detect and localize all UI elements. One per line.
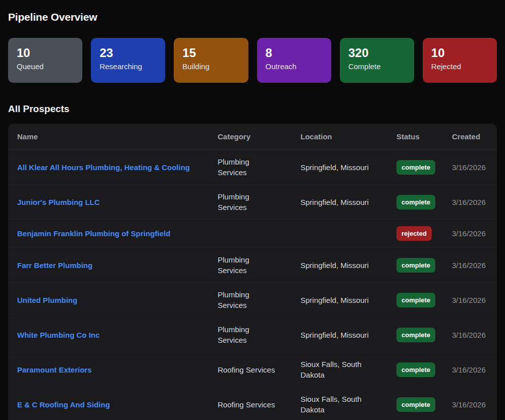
table-row: Junior's Plumbing LLCPlumbing ServicesSp…	[8, 185, 497, 220]
status-badge: complete	[396, 397, 435, 412]
prospect-created: 3/16/2026	[452, 260, 488, 271]
prospect-location: Springfield, Missouri	[300, 330, 376, 340]
prospect-link[interactable]: Benjamin Franklin Plumbing of Springfiel…	[17, 229, 170, 238]
pipeline-page: Pipeline Overview 10Queued23Researching1…	[0, 11, 505, 420]
table-row: Farr Better PlumbingPlumbing ServicesSpr…	[8, 248, 497, 283]
prospect-status-cell: complete	[396, 362, 452, 377]
column-header-status: Status	[396, 132, 452, 141]
stat-value: 10	[17, 45, 74, 60]
table-header-row: Name Category Location Status Created	[8, 124, 497, 150]
prospect-category: Plumbing Services	[218, 254, 276, 276]
prospect-location: Springfield, Missouri	[300, 197, 376, 207]
prospect-name-cell: Paramount Exteriors	[17, 364, 218, 375]
stat-label: Queued	[17, 62, 74, 71]
prospect-status-cell: complete	[396, 397, 452, 412]
prospect-link[interactable]: Junior's Plumbing LLC	[17, 198, 100, 206]
stat-card-complete: 320Complete	[340, 38, 414, 83]
prospect-created: 3/16/2026	[452, 295, 488, 305]
stat-label: Researching	[99, 62, 157, 71]
stat-card-queued: 10Queued	[8, 38, 82, 83]
prospect-name-cell: Farr Better Plumbing	[17, 260, 218, 271]
column-header-category: Category	[218, 132, 276, 141]
table-row: White Plumbing Co IncPlumbing ServicesSp…	[8, 318, 497, 352]
status-badge: complete	[396, 362, 435, 377]
prospect-name-cell: White Plumbing Co Inc	[17, 330, 218, 340]
stat-card-researching: 23Researching	[91, 38, 165, 83]
prospects-table: Name Category Location Status Created Al…	[8, 124, 497, 420]
stat-label: Rejected	[431, 62, 488, 71]
prospect-link[interactable]: Paramount Exteriors	[17, 365, 92, 374]
table-row: Paramount ExteriorsRoofing ServicesSioux…	[8, 352, 497, 387]
prospect-status-cell: complete	[396, 293, 452, 307]
status-badge: complete	[396, 258, 435, 273]
table-row: Benjamin Franklin Plumbing of Springfiel…	[8, 220, 497, 248]
prospect-created: 3/16/2026	[452, 330, 488, 340]
prospect-category: Plumbing Services	[218, 289, 276, 310]
stat-label: Building	[182, 62, 239, 71]
stats-row: 10Queued23Researching15Building8Outreach…	[8, 38, 497, 83]
prospect-category: Plumbing Services	[218, 324, 276, 345]
table-row: United PlumbingPlumbing ServicesSpringfi…	[8, 283, 497, 318]
prospect-status-cell: rejected	[396, 226, 452, 241]
prospect-created: 3/16/2026	[452, 364, 488, 375]
prospect-status-cell: complete	[396, 258, 452, 273]
prospect-name-cell: Junior's Plumbing LLC	[17, 197, 218, 207]
stat-value: 10	[431, 45, 488, 60]
prospect-link[interactable]: E & C Roofing And Siding	[17, 400, 110, 409]
table-row: E & C Roofing And SidingRoofing Services…	[8, 387, 497, 420]
prospect-category: Roofing Services	[218, 399, 276, 410]
column-header-created: Created	[452, 132, 488, 141]
prospect-location: Sioux Falls, South Dakota	[300, 359, 376, 380]
prospect-link[interactable]: United Plumbing	[17, 296, 77, 304]
table-body: All Klear All Hours Plumbing, Heating & …	[8, 150, 497, 420]
stat-value: 15	[182, 45, 239, 60]
prospect-name-cell: United Plumbing	[17, 295, 218, 305]
prospect-created: 3/16/2026	[452, 197, 488, 207]
stat-label: Outreach	[266, 62, 323, 71]
prospect-created: 3/16/2026	[452, 162, 488, 173]
prospect-name-cell: E & C Roofing And Siding	[17, 399, 218, 410]
status-badge: complete	[396, 195, 435, 209]
prospect-link[interactable]: Farr Better Plumbing	[17, 261, 92, 270]
stat-card-rejected: 10Rejected	[423, 38, 497, 83]
prospect-created: 3/16/2026	[452, 399, 488, 410]
stat-value: 23	[99, 45, 157, 60]
prospect-name-cell: All Klear All Hours Plumbing, Heating & …	[17, 162, 218, 173]
status-badge: complete	[396, 328, 435, 342]
stat-card-building: 15Building	[174, 38, 248, 83]
status-badge: rejected	[396, 226, 432, 241]
prospect-category: Plumbing Services	[218, 156, 276, 178]
prospect-location: Springfield, Missouri	[300, 162, 376, 173]
prospect-status-cell: complete	[396, 160, 452, 175]
prospect-name-cell: Benjamin Franklin Plumbing of Springfiel…	[17, 228, 218, 239]
page-title: Pipeline Overview	[8, 11, 497, 23]
prospect-location: Springfield, Missouri	[300, 295, 376, 305]
stat-label: Complete	[348, 62, 406, 71]
column-header-name: Name	[17, 132, 218, 141]
prospect-status-cell: complete	[396, 195, 452, 209]
prospect-link[interactable]: All Klear All Hours Plumbing, Heating & …	[17, 163, 190, 172]
column-header-location: Location	[300, 132, 376, 141]
prospect-category: Roofing Services	[218, 364, 276, 375]
stat-value: 320	[348, 45, 406, 60]
prospect-link[interactable]: White Plumbing Co Inc	[17, 331, 99, 339]
prospect-status-cell: complete	[396, 328, 452, 342]
table-row: All Klear All Hours Plumbing, Heating & …	[8, 150, 497, 185]
prospect-created: 3/16/2026	[452, 228, 488, 239]
prospect-location: Sioux Falls, South Dakota	[300, 394, 376, 415]
status-badge: complete	[396, 293, 435, 307]
section-title: All Prospects	[8, 103, 497, 115]
prospect-location: Springfield, Missouri	[300, 260, 376, 271]
stat-value: 8	[266, 45, 323, 60]
status-badge: complete	[396, 160, 435, 175]
stat-card-outreach: 8Outreach	[257, 38, 331, 83]
prospect-category: Plumbing Services	[218, 191, 276, 213]
